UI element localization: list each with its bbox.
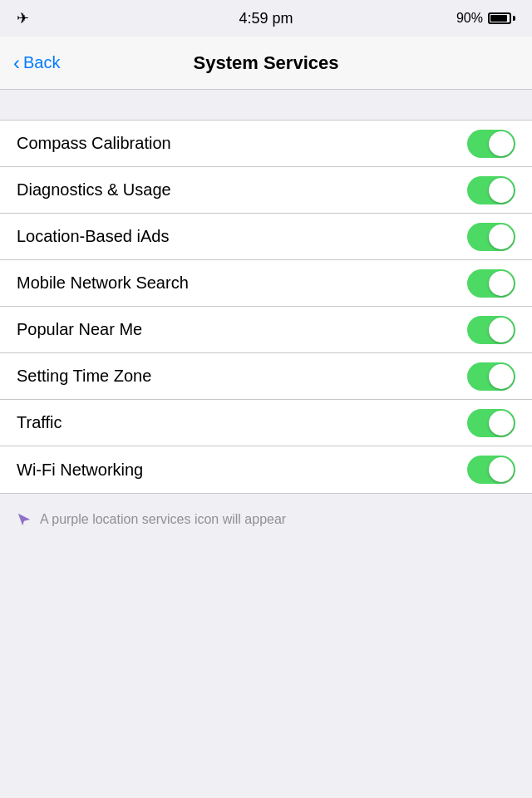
toggle-switch[interactable] xyxy=(467,176,515,204)
row-label: Popular Near Me xyxy=(17,320,142,339)
toggle-switch[interactable] xyxy=(467,130,515,158)
battery-icon xyxy=(488,12,515,24)
row-label: Location-Based iAds xyxy=(17,227,169,246)
row-label: Wi-Fi Networking xyxy=(17,461,143,480)
settings-row: Mobile Network Search xyxy=(0,260,532,307)
battery-tip xyxy=(513,16,515,21)
battery-fill xyxy=(490,15,507,22)
toggle-switch[interactable] xyxy=(467,269,515,298)
settings-row: Traffic xyxy=(0,400,532,446)
settings-row: Wi-Fi Networking xyxy=(0,446,532,493)
row-label: Setting Time Zone xyxy=(17,367,151,386)
row-label: Mobile Network Search xyxy=(17,273,189,293)
toggle-switch[interactable] xyxy=(467,362,515,391)
toggle-switch[interactable] xyxy=(467,456,515,484)
status-time: 4:59 pm xyxy=(239,10,293,27)
footer-note: A purple location services icon will app… xyxy=(0,502,532,537)
section-spacer xyxy=(0,90,532,120)
status-bar-right: 90% xyxy=(456,11,515,26)
airplane-icon: ✈ xyxy=(17,9,29,27)
back-chevron-icon: ‹ xyxy=(13,53,20,73)
nav-bar: ‹ Back System Services xyxy=(0,37,532,90)
page-title: System Services xyxy=(194,52,339,74)
toggle-knob xyxy=(489,131,514,156)
settings-row: Diagnostics & Usage xyxy=(0,167,532,214)
back-label: Back xyxy=(23,53,60,72)
toggle-knob xyxy=(489,178,514,203)
toggle-knob xyxy=(489,318,514,342)
row-label: Diagnostics & Usage xyxy=(17,180,171,200)
status-bar: ✈ 4:59 pm 90% xyxy=(0,0,532,37)
settings-row: Setting Time Zone xyxy=(0,353,532,400)
toggle-knob xyxy=(489,364,514,389)
settings-row: Location-Based iAds xyxy=(0,214,532,260)
status-bar-left: ✈ xyxy=(17,9,29,27)
settings-row: Popular Near Me xyxy=(0,307,532,353)
row-label: Traffic xyxy=(17,413,62,432)
toggle-knob xyxy=(489,457,514,482)
battery-body xyxy=(488,12,511,24)
toggle-switch[interactable] xyxy=(467,223,515,251)
toggle-knob xyxy=(489,411,514,436)
toggle-knob xyxy=(489,224,514,249)
back-button[interactable]: ‹ Back xyxy=(13,53,60,73)
settings-list: Compass CalibrationDiagnostics & UsageLo… xyxy=(0,120,532,494)
toggle-knob xyxy=(489,271,514,296)
row-label: Compass Calibration xyxy=(17,134,171,153)
toggle-switch[interactable] xyxy=(467,409,515,437)
battery-percent: 90% xyxy=(456,11,483,26)
settings-row: Compass Calibration xyxy=(0,121,532,167)
footer-text: A purple location services icon will app… xyxy=(40,512,286,527)
toggle-switch[interactable] xyxy=(467,316,515,344)
location-arrow-icon xyxy=(17,512,32,527)
